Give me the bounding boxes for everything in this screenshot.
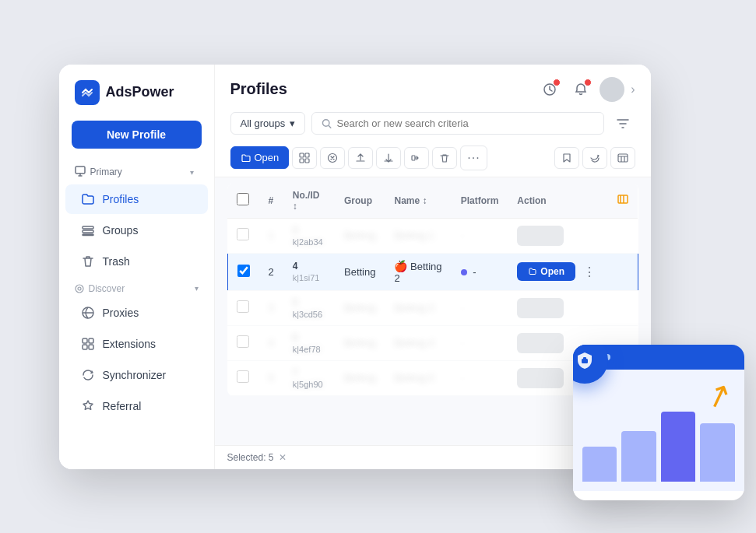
col-no-id: No./ID ↕	[283, 184, 335, 219]
blurred-action	[517, 226, 564, 246]
user-avatar[interactable]	[600, 77, 624, 102]
sidebar-item-groups[interactable]: Groups	[65, 216, 208, 245]
x-icon	[327, 153, 338, 163]
row-platform: -	[452, 218, 508, 253]
row-more-button[interactable]: ⋮	[580, 261, 599, 282]
blurred-action	[517, 298, 564, 318]
export-icon	[383, 153, 394, 163]
svg-rect-16	[305, 159, 309, 163]
synchronizer-icon	[81, 368, 95, 382]
svg-rect-13	[300, 153, 304, 157]
close-profiles-button[interactable]	[320, 147, 345, 169]
popup-card-header	[573, 345, 744, 370]
open-profile-button[interactable]: Open	[517, 262, 575, 281]
svg-rect-22	[583, 357, 586, 360]
share-button[interactable]	[404, 147, 429, 169]
discover-collapse[interactable]: ▾	[195, 284, 199, 293]
row-checkbox[interactable]	[237, 370, 249, 383]
row-name: Betting 1	[385, 218, 451, 253]
discover-label: Discover	[89, 283, 125, 294]
bookmark-button[interactable]	[554, 147, 579, 169]
svg-point-4	[76, 285, 83, 293]
sidebar-item-profiles[interactable]: Profiles	[65, 184, 208, 214]
svg-point-5	[78, 287, 81, 290]
refresh-icon	[589, 153, 600, 163]
delete-button[interactable]	[432, 147, 457, 169]
svg-point-12	[323, 119, 330, 126]
toolbar-right	[554, 147, 635, 169]
search-box	[311, 112, 603, 135]
settings-table-button[interactable]	[610, 147, 635, 169]
collapse-button[interactable]: ▾	[186, 166, 199, 178]
select-all-checkbox[interactable]	[237, 193, 249, 205]
groups-icon	[81, 223, 95, 237]
bell-button[interactable]	[568, 77, 593, 102]
extensions-label: Extensions	[103, 338, 156, 350]
open-label: Open	[255, 152, 280, 163]
referral-label: Referral	[103, 400, 142, 412]
row-no-id: 3k|2ab34	[283, 218, 335, 253]
row-checkbox[interactable]	[237, 228, 249, 240]
row-num: 2	[259, 253, 283, 290]
grid-view-button[interactable]	[292, 147, 317, 169]
header-top: Profiles	[230, 77, 635, 102]
sidebar-item-proxies[interactable]: Proxies	[65, 298, 208, 328]
action-toolbar: Open	[230, 146, 635, 177]
export-button[interactable]	[376, 147, 401, 169]
group-select[interactable]: All groups ▾	[230, 112, 306, 135]
table-settings-icon	[617, 153, 628, 163]
primary-label-text: Primary	[90, 167, 122, 177]
blurred-action	[517, 368, 564, 388]
bar-1	[582, 447, 617, 482]
selected-count: Selected: 5	[227, 452, 274, 463]
open-profile-icon	[528, 267, 537, 276]
share-icon	[411, 153, 422, 163]
row-no-id: 4 k|1si71	[283, 253, 335, 290]
extensions-icon	[81, 337, 95, 351]
sidebar-item-trash[interactable]: Trash	[65, 247, 208, 276]
row-checkbox-highlighted[interactable]	[237, 265, 250, 277]
more-actions-button[interactable]: ···	[460, 146, 487, 170]
open-icon	[241, 153, 251, 163]
col-group: Group	[335, 184, 385, 219]
clock-button[interactable]	[537, 77, 562, 102]
bell-badge	[584, 79, 592, 86]
groups-label: Groups	[103, 224, 139, 237]
discover-section: Discover ▾	[59, 277, 214, 297]
header-icons: ›	[537, 77, 635, 102]
clear-selection-button[interactable]: ✕	[279, 452, 287, 463]
sidebar-item-referral[interactable]: Referral	[65, 391, 208, 421]
svg-rect-7	[83, 338, 87, 343]
app-name: AdsPower	[106, 84, 174, 100]
sidebar-item-extensions[interactable]: Extensions	[65, 329, 208, 359]
trash-label: Trash	[103, 255, 130, 268]
table-row-highlighted: 2 4 k|1si71 Betting 🍎 Betting 2	[227, 253, 638, 290]
select-chevron-icon: ▾	[290, 117, 295, 129]
popup-card-body: ↗	[573, 370, 744, 491]
search-input[interactable]	[337, 117, 594, 129]
bar-3	[661, 412, 696, 482]
upload-icon	[355, 153, 366, 163]
logo-icon	[75, 80, 100, 105]
bar-4	[700, 423, 735, 482]
main-window: AdsPower New Profile Primary ▾	[59, 65, 651, 469]
new-profile-button[interactable]: New Profile	[72, 121, 202, 149]
row-checkbox[interactable]	[237, 300, 249, 313]
refresh-button[interactable]	[582, 147, 607, 169]
upload-button[interactable]	[348, 147, 373, 169]
profiles-label: Profiles	[103, 193, 139, 205]
folder-icon	[81, 192, 95, 206]
chart-arrow: ↗	[700, 373, 737, 416]
open-button[interactable]: Open	[230, 146, 290, 169]
filter-icon	[616, 117, 630, 131]
row-checkbox[interactable]	[237, 335, 249, 348]
col-name: Name ↕	[385, 184, 451, 219]
sidebar-item-synchronizer[interactable]: Synchronizer	[65, 360, 208, 390]
col-platform: Platform	[452, 184, 508, 219]
svg-rect-3	[83, 234, 93, 236]
svg-rect-15	[300, 159, 304, 163]
table-row: 3 5k|3cd56 Betting Betting 3 -	[227, 290, 638, 325]
svg-rect-14	[305, 153, 309, 157]
filter-button[interactable]	[610, 111, 635, 136]
monitor-icon	[75, 166, 86, 179]
